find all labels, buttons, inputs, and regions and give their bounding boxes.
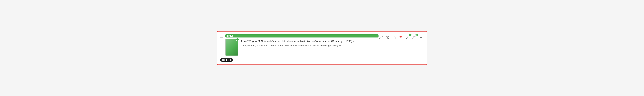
citation-title: Australian national cinema	[300, 40, 330, 42]
citation-main: Tom O'Regan, 'A National Cinema: Introdu…	[241, 39, 356, 43]
citation-publisher: (Routledge, 1996) 41.	[330, 40, 356, 42]
book-thumbnail-wrapper	[225, 39, 238, 56]
citation-sub-title: Australian national cinema	[292, 44, 319, 47]
link-icon-button[interactable]	[378, 35, 384, 40]
text-block: Tom O'Regan, 'A National Cinema: Introdu…	[241, 39, 356, 47]
citation-sub: O'Regan, Tom, 'A National Cinema: Introd…	[241, 44, 356, 47]
drag-handle-button[interactable]	[418, 35, 424, 40]
link-icon	[379, 36, 383, 39]
svg-point-3	[413, 36, 414, 38]
main-content-row: Tom O'Regan, 'A National Cinema: Introdu…	[225, 39, 378, 56]
card-left-section: active Tom O'Regan, 'A National Cinema: …	[220, 34, 378, 56]
book-thumbnail	[225, 39, 238, 56]
citation-sub-author: O'Regan, Tom, 'A National Cinema: Introd…	[241, 44, 292, 47]
unlink-icon-button[interactable]	[385, 35, 390, 40]
user-count-badge: 0	[409, 34, 412, 36]
users-icon	[412, 36, 416, 39]
copy-icon-button[interactable]	[392, 35, 397, 40]
users-count-badge: 0	[416, 34, 418, 36]
drag-icon	[419, 36, 423, 39]
delete-icon-button[interactable]	[398, 35, 404, 40]
delete-icon	[399, 36, 403, 39]
eye-slash-icon	[386, 36, 390, 39]
required-badge: required	[220, 58, 233, 62]
svg-rect-1	[394, 37, 396, 39]
bottom-row: required	[220, 58, 424, 62]
user-icon-button[interactable]: 0	[405, 35, 410, 40]
select-checkbox[interactable]	[220, 35, 223, 38]
svg-point-2	[407, 36, 408, 38]
citation-card: active Tom O'Regan, 'A National Cinema: …	[217, 31, 427, 65]
user-icon	[406, 36, 409, 39]
copy-icon	[392, 36, 396, 39]
availability-dot	[236, 38, 239, 41]
users-icon-button[interactable]: 0	[412, 35, 417, 40]
citation-sub-publisher: (Routledge, 1996) 41	[319, 44, 341, 47]
actions-bar: 0 0	[378, 34, 424, 40]
citation-author: Tom O'Regan, 'A National Cinema: Introdu…	[241, 40, 300, 42]
status-badge: active	[225, 34, 378, 38]
content-block: active Tom O'Regan, 'A National Cinema: …	[225, 34, 378, 56]
card-top-row: active Tom O'Regan, 'A National Cinema: …	[220, 34, 424, 56]
checkbox-area	[220, 34, 223, 38]
